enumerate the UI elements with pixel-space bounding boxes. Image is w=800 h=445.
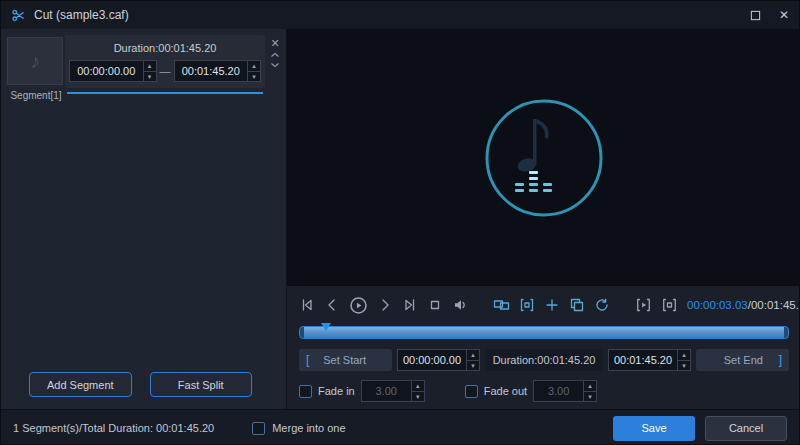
set-start-button[interactable]: [ Set Start bbox=[299, 349, 392, 371]
spin-down-icon[interactable]: ▾ bbox=[467, 360, 479, 371]
trim-end-input[interactable]: 00:01:45.20 ▴ ▾ bbox=[608, 349, 691, 371]
next-button[interactable] bbox=[377, 297, 393, 313]
playback-toolbar: 00:00:03.03/00:01:45.20 bbox=[299, 293, 789, 317]
maximize-button[interactable] bbox=[750, 10, 761, 21]
clip-end-handle[interactable] bbox=[784, 327, 788, 338]
bracket-right-icon: ] bbox=[779, 353, 782, 367]
scissors-icon bbox=[11, 8, 26, 23]
spin-up-icon[interactable]: ▴ bbox=[248, 61, 260, 71]
segment-thumbnail[interactable]: ♪ bbox=[7, 37, 63, 85]
segment-end-input[interactable]: 00:01:45.20 ▴ ▾ bbox=[174, 60, 262, 82]
trim-end-value: 00:01:45.20 bbox=[609, 350, 677, 370]
segment-end-value: 00:01:45.20 bbox=[175, 61, 248, 81]
timeline[interactable] bbox=[299, 323, 789, 340]
timeline-track[interactable] bbox=[299, 326, 789, 339]
segment-delete-button[interactable]: ✕ bbox=[270, 37, 279, 49]
segment-start-input[interactable]: 00:00:00.00 ▴ ▾ bbox=[69, 60, 157, 82]
cancel-button[interactable]: Cancel bbox=[705, 416, 787, 441]
fade-in-input[interactable]: 3.00 ▴ ▾ bbox=[361, 380, 425, 402]
playhead[interactable] bbox=[321, 323, 331, 331]
frame-capture-icon bbox=[519, 297, 535, 313]
play-clip-button[interactable] bbox=[635, 297, 652, 313]
trim-start-input[interactable]: 00:00:00.00 ▴ ▾ bbox=[397, 349, 480, 371]
stop-clip-button[interactable] bbox=[661, 297, 678, 313]
spinner-buttons: ▴ ▾ bbox=[143, 61, 156, 81]
add-segment-button[interactable]: Add Segment bbox=[29, 372, 132, 397]
stop-clip-icon bbox=[661, 297, 678, 313]
footer-bar: 1 Segment(s)/Total Duration: 00:01:45.20… bbox=[1, 409, 799, 445]
fade-row: Fade in 3.00 ▴ ▾ Fade out 3.00 ▴ ▾ bbox=[299, 380, 789, 402]
fade-out-label: Fade out bbox=[484, 385, 527, 397]
segment-actions: Add Segment Fast Split bbox=[29, 372, 252, 397]
spin-down-icon[interactable]: ▾ bbox=[248, 71, 260, 82]
close-button[interactable]: ✕ bbox=[779, 8, 789, 22]
trim-duration-label: Duration:00:01:45.20 bbox=[485, 349, 603, 371]
play-circle-icon bbox=[349, 296, 368, 315]
spin-down-icon[interactable]: ▾ bbox=[144, 71, 156, 82]
frame-capture-button[interactable] bbox=[519, 297, 535, 313]
chevron-up-icon bbox=[270, 51, 280, 59]
set-end-button[interactable]: Set End ] bbox=[696, 349, 789, 371]
total-time: /00:01:45.20 bbox=[748, 299, 800, 311]
segment-move-up-button[interactable] bbox=[270, 51, 280, 59]
music-note-icon: ♪ bbox=[30, 50, 40, 73]
fast-split-button[interactable]: Fast Split bbox=[150, 372, 253, 397]
clip-start-handle[interactable] bbox=[300, 327, 304, 338]
play-clip-icon bbox=[635, 297, 652, 313]
stop-button[interactable] bbox=[427, 297, 443, 313]
previous-button[interactable] bbox=[324, 297, 340, 313]
reset-icon bbox=[594, 297, 610, 313]
current-time: 00:00:03.03 bbox=[687, 299, 748, 311]
segment-move-down-button[interactable] bbox=[270, 61, 280, 69]
cut-dialog-window: Cut (sample3.caf) ✕ ♪ Duration:00:01:45.… bbox=[0, 0, 800, 445]
spin-up-icon[interactable]: ▴ bbox=[678, 350, 690, 360]
segment-name: Segment[1] bbox=[5, 90, 67, 101]
chevron-right-icon bbox=[377, 297, 393, 313]
go-end-button[interactable] bbox=[402, 297, 418, 313]
range-dash: — bbox=[157, 65, 174, 77]
merge-option: Merge into one bbox=[252, 422, 345, 435]
player-controls: 00:00:03.03/00:01:45.20 [ Set Start 00:0… bbox=[287, 286, 800, 409]
window-controls: ✕ bbox=[750, 8, 789, 22]
spin-up-icon[interactable]: ▴ bbox=[467, 350, 479, 360]
fade-out-checkbox[interactable] bbox=[465, 385, 478, 398]
spin-up-icon[interactable]: ▴ bbox=[144, 61, 156, 71]
fade-out-input[interactable]: 3.00 ▴ ▾ bbox=[533, 380, 597, 402]
spin-up-icon[interactable]: ▴ bbox=[412, 381, 424, 391]
copy-segment-button[interactable] bbox=[569, 297, 585, 313]
set-end-label: Set End bbox=[724, 354, 763, 366]
dual-preview-button[interactable] bbox=[493, 297, 510, 313]
spin-down-icon[interactable]: ▾ bbox=[584, 391, 596, 402]
maximize-icon bbox=[750, 10, 761, 21]
spinner-buttons: ▴ ▾ bbox=[583, 381, 596, 401]
reset-button[interactable] bbox=[594, 297, 610, 313]
preview-area bbox=[287, 29, 800, 286]
fade-out-value: 3.00 bbox=[534, 381, 583, 401]
segment-start-value: 00:00:00.00 bbox=[70, 61, 143, 81]
fade-in-checkbox[interactable] bbox=[299, 385, 312, 398]
skip-end-icon bbox=[402, 297, 418, 313]
plus-icon bbox=[544, 297, 560, 313]
time-display: 00:00:03.03/00:01:45.20 bbox=[687, 299, 800, 311]
spinner-buttons: ▴ ▾ bbox=[677, 350, 690, 370]
spin-down-icon[interactable]: ▾ bbox=[412, 391, 424, 402]
trim-row: [ Set Start 00:00:00.00 ▴ ▾ Duration:00:… bbox=[299, 349, 789, 371]
dual-display-icon bbox=[493, 297, 510, 313]
skip-start-icon bbox=[299, 297, 315, 313]
merge-checkbox[interactable] bbox=[252, 422, 265, 435]
segment-duration-label: Duration:00:01:45.20 bbox=[69, 39, 261, 57]
fade-in-value: 3.00 bbox=[362, 381, 411, 401]
spin-down-icon[interactable]: ▾ bbox=[678, 360, 690, 371]
spinner-buttons: ▴ ▾ bbox=[247, 61, 260, 81]
spin-up-icon[interactable]: ▴ bbox=[584, 381, 596, 391]
audio-placeholder-icon bbox=[469, 83, 619, 233]
add-segment-toolbar-button[interactable] bbox=[544, 297, 560, 313]
go-start-button[interactable] bbox=[299, 297, 315, 313]
spinner-buttons: ▴ ▾ bbox=[411, 381, 424, 401]
spinner-buttons: ▴ ▾ bbox=[466, 350, 479, 370]
save-button[interactable]: Save bbox=[613, 416, 695, 441]
segment-item-controls: ✕ bbox=[270, 37, 280, 69]
chevron-left-icon bbox=[324, 297, 340, 313]
volume-button[interactable] bbox=[452, 297, 468, 313]
play-button[interactable] bbox=[349, 296, 368, 315]
